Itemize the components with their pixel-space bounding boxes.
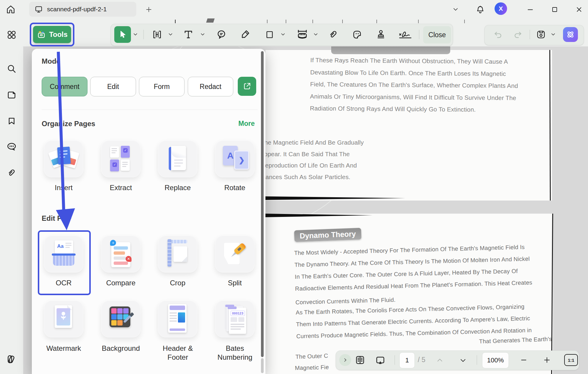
select-tool-dropdown[interactable] xyxy=(132,30,139,38)
notifications-button[interactable] xyxy=(474,3,486,16)
sticker-tool-button[interactable] xyxy=(351,29,364,40)
highlight-tool-button[interactable] xyxy=(151,29,164,40)
page-number-input[interactable] xyxy=(400,352,415,368)
signature-tool-button[interactable] xyxy=(397,29,414,40)
doc-text-line: Reproduction Of Life On Earth And xyxy=(261,160,364,171)
minimize-button[interactable] xyxy=(524,4,536,15)
reading-view-icon xyxy=(355,355,365,365)
chevron-down-icon xyxy=(452,6,459,13)
reading-view-button[interactable] xyxy=(354,354,367,366)
zoom-in-button[interactable] xyxy=(541,355,553,365)
zoom-out-button[interactable] xyxy=(518,355,530,365)
zoom-level-box[interactable]: 100% xyxy=(482,352,509,368)
tool-tile-crop[interactable] xyxy=(158,236,197,273)
tool-tile-background[interactable] xyxy=(101,301,140,337)
document-tab[interactable]: scanned-pdf-updf-2-1 xyxy=(29,2,136,17)
doc-text-line: appear. It Can Be Said That The xyxy=(261,148,364,160)
measure-tool-dropdown[interactable] xyxy=(312,30,320,38)
rotate-illustration: A ❯ xyxy=(223,146,248,172)
highlight-tool-dropdown[interactable] xyxy=(167,30,174,38)
toolbar-collapse-button[interactable] xyxy=(451,4,461,14)
measure-tool-button[interactable] xyxy=(295,29,309,40)
maximize-button[interactable] xyxy=(549,4,561,15)
attachments-icon xyxy=(6,168,17,178)
text-tool-button[interactable] xyxy=(182,29,195,40)
tool-tile-header-footer[interactable] xyxy=(158,301,197,337)
pen-tool-button[interactable] xyxy=(239,29,252,40)
redo-button[interactable] xyxy=(511,29,524,40)
close-window-button[interactable] xyxy=(573,4,585,15)
measure-icon xyxy=(296,29,308,40)
undo-button[interactable] xyxy=(492,29,505,40)
minimize-icon xyxy=(526,6,534,13)
detach-panel-button[interactable] xyxy=(238,77,256,96)
shape-tool-button[interactable] xyxy=(263,29,276,40)
swatches-icon xyxy=(6,354,18,366)
background-illustration xyxy=(110,306,134,331)
actual-size-button[interactable]: 1:1 xyxy=(564,354,578,366)
sidebar-item-comments[interactable] xyxy=(5,140,18,153)
bates-illustration: 000123 xyxy=(224,304,247,334)
attachment-tool-button[interactable] xyxy=(327,29,340,40)
tool-tile-watermark[interactable] xyxy=(44,301,83,337)
statusbar-divider xyxy=(395,355,395,365)
sidebar-item-apps[interactable] xyxy=(5,29,18,41)
sidebar-item-attachments[interactable] xyxy=(5,167,18,179)
mode-edit-button[interactable]: Edit xyxy=(90,77,136,96)
page1-partial-paragraph: The Magnetic Field And Be Gradually appe… xyxy=(261,137,364,183)
mode-redact-button[interactable]: Redact xyxy=(188,77,233,96)
scan-tick xyxy=(267,20,268,23)
tool-tile-rotate[interactable]: A ❯ xyxy=(215,140,254,177)
save-button[interactable] xyxy=(534,29,548,40)
chevron-down-icon xyxy=(550,31,556,37)
user-avatar[interactable]: X xyxy=(495,2,507,15)
split-illustration xyxy=(222,240,248,268)
home-button[interactable] xyxy=(4,3,17,16)
close-tools-button[interactable]: Close xyxy=(423,26,451,43)
ai-assistant-button[interactable] xyxy=(563,27,578,42)
doc-text-fragment: Magnetic Fie xyxy=(295,364,329,372)
zoom-level-value: 100% xyxy=(487,356,504,364)
tool-tile-label: Header & Footer xyxy=(156,344,199,362)
tool-tile-compare[interactable]: + ✕ xyxy=(101,236,140,273)
monitor-icon xyxy=(35,5,43,13)
text-tool-dropdown[interactable] xyxy=(199,30,207,38)
shape-tool-dropdown[interactable] xyxy=(279,30,287,38)
select-tool-button[interactable] xyxy=(114,26,131,43)
organize-more-link[interactable]: More xyxy=(238,120,255,128)
tool-tile-split[interactable] xyxy=(215,236,254,273)
page-edge-wedge xyxy=(265,214,373,217)
page-number-box[interactable] xyxy=(399,352,415,368)
previous-page-button[interactable] xyxy=(434,355,446,365)
plus-icon xyxy=(145,6,153,13)
doc-text-line: If These Rays Reach The Earth Without Ob… xyxy=(310,54,518,68)
next-page-button[interactable] xyxy=(457,355,469,365)
tool-tile-bates[interactable]: 000123 xyxy=(215,301,254,337)
external-link-icon xyxy=(243,82,251,91)
attachment-icon xyxy=(328,29,339,40)
sticky-note-tool-button[interactable] xyxy=(215,29,228,40)
stamp-tool-button[interactable] xyxy=(374,29,387,40)
sidebar-item-bookmarks[interactable] xyxy=(5,115,18,127)
sidebar-item-pages[interactable] xyxy=(5,89,18,101)
mode-form-button[interactable]: Form xyxy=(139,77,184,96)
page-edge-wedge xyxy=(265,196,405,200)
panel-scrollbar-track[interactable] xyxy=(261,358,264,373)
scan-blob xyxy=(206,18,215,23)
panel-scrollbar-thumb[interactable] xyxy=(261,51,264,357)
new-tab-button[interactable] xyxy=(143,4,154,15)
compare-illustration: + ✕ xyxy=(110,240,132,268)
doc-text-line: Animals Or Tiny Microorganisms, Will Fin… xyxy=(310,90,518,104)
tools-button[interactable]: Tools xyxy=(33,26,71,43)
presentation-button[interactable] xyxy=(374,354,387,366)
save-dropdown[interactable] xyxy=(549,30,557,38)
sidebar-item-swatches[interactable] xyxy=(5,353,18,367)
ocr-highlight-box xyxy=(38,230,91,295)
pen-icon xyxy=(240,29,251,40)
sidebar-item-search[interactable] xyxy=(5,62,18,75)
tool-tile-extract[interactable]: ✓ ✓ xyxy=(101,140,140,177)
tool-tile-label: Bates Numbering xyxy=(213,344,257,362)
expand-sidebar-button[interactable] xyxy=(339,354,351,366)
tool-tile-replace[interactable] xyxy=(158,140,197,177)
page-edge-line xyxy=(549,50,551,201)
